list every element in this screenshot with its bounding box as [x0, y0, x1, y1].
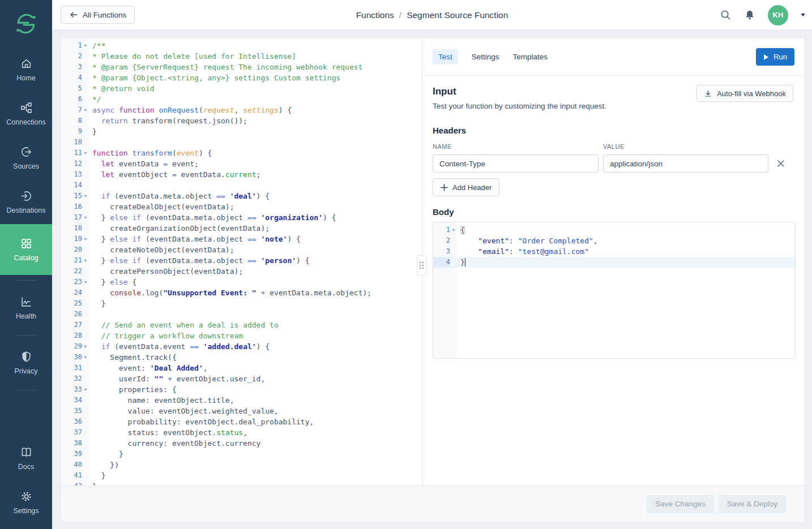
- save-changes-button[interactable]: Save Changes: [647, 495, 714, 513]
- fold-toggle-icon[interactable]: [450, 225, 457, 235]
- code-line: 3* @param {ServerRequest} request The in…: [61, 62, 422, 72]
- add-header-label: Add Header: [452, 183, 492, 192]
- breadcrumb: Functions / Segment Source Function: [356, 0, 508, 30]
- line-number: 17: [61, 212, 82, 223]
- line-number: 4: [433, 257, 450, 268]
- avatar[interactable]: KH: [768, 5, 788, 25]
- autofill-via-webhook-button[interactable]: Auto-fill via Webhook: [696, 85, 793, 102]
- sidebar-item-sources[interactable]: Sources: [0, 136, 52, 180]
- chevron-down-icon[interactable]: [801, 14, 805, 16]
- sidebar-item-settings[interactable]: Settings: [0, 480, 52, 524]
- code-line: 3 "email": "test@gmail.com": [433, 246, 795, 257]
- breadcrumb-section[interactable]: Functions: [356, 10, 394, 20]
- sidebar-item-connections[interactable]: Connections: [0, 92, 52, 136]
- line-number: 15: [61, 191, 82, 201]
- breadcrumb-page: Segment Source Function: [407, 10, 508, 20]
- line-number: 2: [61, 51, 82, 62]
- run-button[interactable]: Run: [756, 48, 794, 66]
- code-line: 8 return transform(request.json());: [61, 115, 422, 126]
- code-line: 27 // Send an event when a deal is added…: [61, 320, 422, 330]
- sidebar-item-home[interactable]: Home: [0, 48, 52, 92]
- sidebar-item-docs[interactable]: Docs: [0, 436, 52, 480]
- code-line: 20 createNoteObject(eventData);: [61, 244, 422, 255]
- code-line: 34 name: eventObject.title,: [61, 395, 422, 406]
- body-editor[interactable]: 1{2 "event": "Order Completed",3 "email"…: [433, 222, 796, 359]
- line-number: 39: [61, 449, 82, 459]
- line-number: 6: [61, 94, 82, 105]
- code-line: 4}: [433, 257, 795, 268]
- add-header-button[interactable]: Add Header: [433, 178, 499, 196]
- plus-icon: [441, 184, 448, 191]
- code-line: 40 }): [61, 459, 422, 470]
- line-number: 30: [61, 352, 82, 363]
- line-number: 8: [61, 115, 82, 126]
- code-line: 32 userId: "" + eventObject.user_id,: [61, 373, 422, 384]
- breadcrumb-separator: /: [399, 10, 401, 20]
- line-number: 25: [61, 298, 82, 309]
- back-button-label: All Functions: [83, 11, 126, 19]
- sidebar-item-label: Settings: [13, 507, 39, 515]
- headers-section-title: Headers: [433, 126, 794, 135]
- fold-toggle-icon[interactable]: [82, 234, 89, 244]
- save-and-deploy-button[interactable]: Save & Deploy: [719, 495, 786, 513]
- sidebar-item-privacy[interactable]: Privacy: [0, 341, 52, 385]
- remove-header-button[interactable]: [776, 158, 786, 169]
- line-number: 37: [61, 427, 82, 438]
- header-name-input[interactable]: [433, 154, 599, 173]
- code-line: 9}: [61, 126, 422, 137]
- tab-settings[interactable]: Settings: [472, 53, 499, 61]
- code-line: 29 if (eventData.event == 'added.deal') …: [61, 341, 422, 352]
- code-line: 7async function onRequest(request, setti…: [61, 105, 422, 115]
- tab-test[interactable]: Test: [433, 49, 458, 64]
- fold-toggle-icon[interactable]: [82, 341, 89, 352]
- sidebar-item-label: Destinations: [7, 207, 46, 214]
- fold-toggle-icon[interactable]: [82, 191, 89, 201]
- code-line: 12 let eventData = event;: [61, 158, 422, 169]
- line-number: 3: [61, 62, 82, 72]
- fold-toggle-icon[interactable]: [82, 148, 89, 158]
- search-icon[interactable]: [720, 9, 732, 21]
- editor-footer: Save Changes Save & Deploy: [61, 485, 804, 522]
- fold-toggle-icon[interactable]: [82, 212, 89, 223]
- sidebar-item-destinations[interactable]: Destinations: [0, 180, 52, 224]
- code-line: 21 } else if (eventData.meta.object == '…: [61, 255, 422, 266]
- line-number: 22: [61, 266, 82, 277]
- code-line: 16 createDealObject(eventData);: [61, 201, 422, 212]
- sidebar-item-health[interactable]: Health: [0, 286, 52, 330]
- code-line: 6*/: [61, 94, 422, 105]
- fold-toggle-icon[interactable]: [82, 277, 89, 287]
- function-code-editor[interactable]: 1/**2* Please do not delete [used for In…: [61, 38, 422, 485]
- line-number: 34: [61, 395, 82, 406]
- all-functions-back-button[interactable]: All Functions: [61, 6, 135, 24]
- fold-toggle-icon[interactable]: [82, 255, 89, 266]
- code-line: 2 "event": "Order Completed",: [433, 235, 795, 246]
- code-line: 38 currency: eventObject.currency: [61, 438, 422, 449]
- line-number: 28: [61, 330, 82, 341]
- code-line: 4* @param {Object.<string, any>} setting…: [61, 72, 422, 83]
- fold-toggle-icon[interactable]: [82, 105, 89, 115]
- fold-toggle-icon[interactable]: [82, 40, 89, 51]
- code-line: 19 } else if (eventData.meta.object == '…: [61, 234, 422, 244]
- pane-resize-handle[interactable]: [417, 255, 427, 276]
- line-number: 19: [61, 234, 82, 244]
- line-number: 42: [61, 481, 82, 485]
- segment-logo-icon[interactable]: [0, 0, 52, 48]
- line-number: 41: [61, 470, 82, 481]
- privacy-icon: [20, 351, 32, 363]
- sidebar-item-label: Home: [16, 74, 35, 82]
- header-value-input[interactable]: [603, 154, 768, 173]
- fold-toggle-icon[interactable]: [82, 352, 89, 363]
- tab-templates[interactable]: Templates: [513, 53, 548, 61]
- docs-icon: [20, 446, 32, 458]
- notifications-bell-icon[interactable]: [744, 10, 755, 21]
- line-number: 14: [61, 180, 82, 191]
- line-number: 9: [61, 126, 82, 137]
- code-line: 30 Segment.track({: [61, 352, 422, 363]
- fold-toggle-icon[interactable]: [82, 384, 89, 395]
- line-number: 10: [61, 137, 82, 148]
- sidebar-item-catalog[interactable]: Catalog: [0, 224, 52, 275]
- code-line: 42}: [61, 481, 422, 485]
- header-row: [433, 154, 794, 173]
- code-line: 28 // trigger a workflow downstream: [61, 330, 422, 341]
- function-editor-card: 1/**2* Please do not delete [used for In…: [61, 38, 804, 522]
